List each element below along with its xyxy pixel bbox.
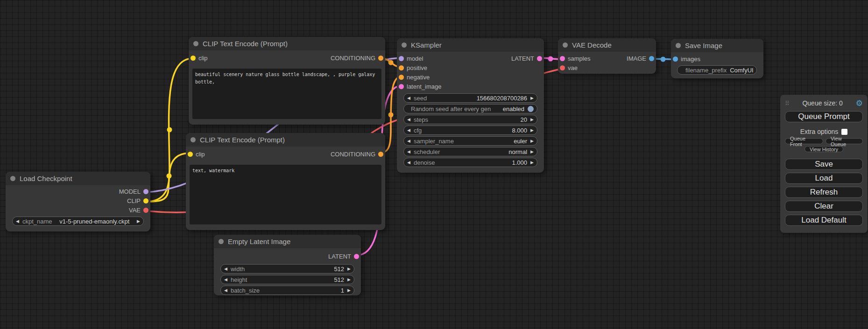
node-title-bar[interactable]: KSampler [397,38,544,52]
port-images-input[interactable] [673,56,678,62]
port-samples-input[interactable] [560,56,565,61]
width-widget[interactable]: ◀ width 512 ▶ [220,264,354,273]
scheduler-widget[interactable]: ◀ scheduler normal ▶ [403,147,537,156]
queue-prompt-button[interactable]: Queue Prompt [785,111,863,122]
stepper-left-icon[interactable]: ◀ [407,139,410,143]
drag-handle-icon[interactable]: ⠿ [785,100,790,106]
node-title-bar[interactable]: Load Checkpoint [6,172,150,185]
collapse-dot-icon[interactable] [676,43,681,48]
port-clip-input[interactable] [191,56,196,61]
ckpt-name-widget[interactable]: ◀ ckpt_name v1-5-pruned-emaonly.ckpt ▶ [12,217,144,226]
refresh-button[interactable]: Refresh [785,187,863,198]
node-clip-text-encode-negative[interactable]: CLIP Text Encode (Prompt) clip CONDITION… [186,133,385,230]
widget-label: Random seed after every gen [411,105,491,112]
collapse-dot-icon[interactable] [402,42,407,48]
clear-button[interactable]: Clear [785,201,863,212]
node-title-bar[interactable]: CLIP Text Encode (Prompt) [186,133,385,147]
stepper-left-icon[interactable]: ◀ [407,118,410,122]
node-title: Load Checkpoint [20,175,72,182]
stepper-right-icon[interactable]: ▶ [530,161,534,165]
stepper-right-icon[interactable]: ▶ [347,288,351,293]
port-clip-output[interactable] [143,198,148,203]
port-negative-input[interactable] [399,75,404,80]
prompt-textarea[interactable]: text, watermark [190,165,381,224]
random-seed-toggle-widget[interactable]: Random seed after every gen enabled [403,104,537,113]
widget-value: normal [508,148,527,155]
widget-label: seed [414,95,427,102]
widget-label: ckpt_name [22,218,52,225]
stepper-left-icon[interactable]: ◀ [224,278,227,282]
denoise-widget[interactable]: ◀ denoise 1.000 ▶ [403,158,537,167]
link-dot-conditioning-negative [388,112,394,118]
sampler-name-widget[interactable]: ◀ sampler_name euler ▶ [403,136,537,146]
port-label-latent: LATENT [511,55,534,62]
stepper-right-icon[interactable]: ▶ [347,278,351,282]
stepper-left-icon[interactable]: ◀ [407,128,410,133]
node-clip-text-encode-positive[interactable]: CLIP Text Encode (Prompt) clip CONDITION… [189,37,385,125]
node-load-checkpoint[interactable]: Load Checkpoint MODEL CLIP VAE ◀ ckpt_na… [6,172,150,231]
node-title-bar[interactable]: VAE Decode [558,38,656,52]
stepper-right-icon[interactable]: ▶ [347,267,351,271]
port-latent-image-input[interactable] [399,84,404,89]
height-widget[interactable]: ◀ height 512 ▶ [220,275,354,284]
collapse-dot-icon[interactable] [10,176,15,181]
stepper-left-icon[interactable]: ◀ [407,161,410,165]
node-title-bar[interactable]: Empty Latent Image [214,235,361,248]
node-empty-latent-image[interactable]: Empty Latent Image LATENT ◀ width 512 ▶ … [214,235,361,295]
port-positive-input[interactable] [399,65,404,70]
prompt-textarea[interactable]: beautiful scenery nature glass bottle la… [192,69,381,119]
view-history-button[interactable]: View History [804,146,843,152]
link-dot-image [661,57,666,62]
port-vae-input[interactable] [560,65,565,70]
port-image-output[interactable] [649,56,654,61]
batch-size-widget[interactable]: ◀ batch_size 1 ▶ [220,286,354,295]
stepper-right-icon[interactable]: ▶ [530,139,534,143]
port-model-output[interactable] [143,189,148,194]
stepper-left-icon[interactable]: ◀ [407,150,410,154]
node-title-bar[interactable]: Save Image [671,39,763,52]
cfg-widget[interactable]: ◀ cfg 8.000 ▶ [403,126,537,135]
queue-front-button[interactable]: Queue Front [785,138,823,144]
stepper-right-icon[interactable]: ▶ [530,128,534,133]
widget-label: height [231,276,247,283]
stepper-left-icon[interactable]: ◀ [224,288,227,293]
load-button[interactable]: Load [785,173,863,184]
filename-prefix-widget[interactable]: filename_prefix ComfyUI [677,65,757,75]
widget-label: width [231,266,245,273]
collapse-dot-icon[interactable] [193,41,198,46]
load-default-button[interactable]: Load Default [785,215,863,226]
node-ksampler[interactable]: KSampler model LATENT positive negative … [397,38,544,173]
port-conditioning-output[interactable] [378,152,383,157]
node-graph-canvas[interactable]: CLIP Text Encode (Prompt) clip CONDITION… [0,0,868,329]
stepper-right-icon[interactable]: ▶ [530,150,534,154]
port-latent-output[interactable] [354,254,359,259]
port-conditioning-output[interactable] [378,56,383,61]
collapse-dot-icon[interactable] [191,137,196,142]
port-label-model: MODEL [119,188,141,195]
seed-widget[interactable]: ◀ seed 156680208700286 ▶ [403,93,537,103]
toggle-knob[interactable] [528,106,534,112]
node-title-bar[interactable]: CLIP Text Encode (Prompt) [189,37,385,50]
stepper-right-icon[interactable]: ▶ [530,96,534,100]
collapse-dot-icon[interactable] [563,42,568,48]
widget-value: 20 [521,116,527,123]
port-model-input[interactable] [399,56,404,61]
extra-options-checkbox[interactable] [841,129,847,135]
stepper-left-icon[interactable]: ◀ [224,267,227,271]
node-save-image[interactable]: Save Image images filename_prefix ComfyU… [671,39,763,78]
save-button[interactable]: Save [785,159,863,170]
stepper-left-icon[interactable]: ◀ [407,96,410,100]
stepper-left-icon[interactable]: ◀ [16,219,19,224]
port-latent-output[interactable] [537,56,542,61]
view-queue-button[interactable]: View Queue [826,138,863,144]
stepper-right-icon[interactable]: ▶ [530,118,534,122]
widget-label: batch_size [231,287,260,294]
collapse-dot-icon[interactable] [219,239,224,244]
port-label-conditioning: CONDITIONING [331,55,375,62]
stepper-right-icon[interactable]: ▶ [137,219,140,224]
node-vae-decode[interactable]: VAE Decode samples IMAGE vae [558,38,656,74]
gear-icon[interactable]: ⚙ [856,99,863,107]
port-clip-input[interactable] [188,152,193,157]
port-vae-output[interactable] [143,208,148,213]
steps-widget[interactable]: ◀ steps 20 ▶ [403,115,537,124]
